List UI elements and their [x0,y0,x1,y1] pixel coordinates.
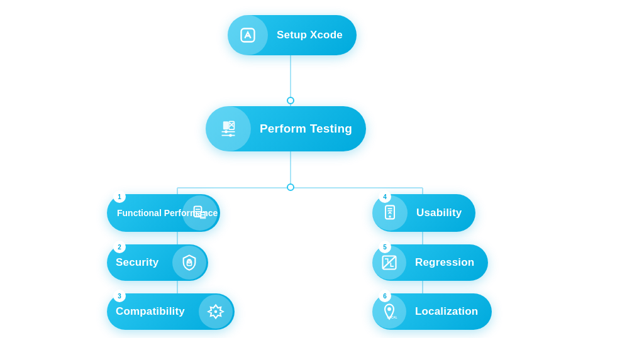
connector-lines [20,9,624,329]
node-localization[interactable]: 6 LOCAL Localization [372,293,492,330]
badge-compatibility: 3 [113,290,126,302]
functional-icon [182,195,218,231]
testing-label: Perform Testing [251,122,366,136]
regression-label: Regression [406,256,488,269]
badge-functional: 1 [113,190,126,203]
dot-branch [287,183,294,191]
svg-rect-13 [223,121,228,129]
compatibility-icon [199,295,233,329]
node-functional[interactable]: 1 Functional Performance [107,194,220,232]
security-label: Security [107,256,172,269]
badge-security: 2 [113,241,126,253]
node-usability[interactable]: 4 Usability [372,194,475,232]
usability-icon [372,195,408,231]
xcode-icon [228,15,268,55]
badge-usability: 4 [379,190,391,203]
security-icon [172,246,206,280]
svg-line-37 [383,256,396,269]
svg-text:LOCAL: LOCAL [387,316,397,319]
node-security[interactable]: 2 Security [107,244,208,281]
dot-center-top [287,97,294,104]
functional-label: Functional Performance [107,207,182,219]
svg-point-35 [389,215,391,218]
localization-label: Localization [406,305,492,318]
node-setup[interactable]: Setup Xcode [228,15,357,55]
setup-label: Setup Xcode [268,29,357,41]
compatibility-label: Compatibility [107,305,199,318]
diagram: Setup Xcode Perform Testing 1 Functional… [20,9,624,329]
testing-icon [206,106,251,151]
svg-point-31 [214,310,218,313]
badge-localization: 6 [379,290,391,302]
svg-point-38 [387,307,391,311]
node-compatibility[interactable]: 3 Compatibility [107,293,235,330]
svg-point-20 [229,134,232,137]
svg-rect-25 [200,212,206,219]
node-regression[interactable]: 5 Regression [372,244,488,281]
usability-label: Usability [408,207,475,219]
badge-regression: 5 [379,241,391,253]
node-testing[interactable]: Perform Testing [206,106,366,151]
svg-point-18 [225,130,228,133]
